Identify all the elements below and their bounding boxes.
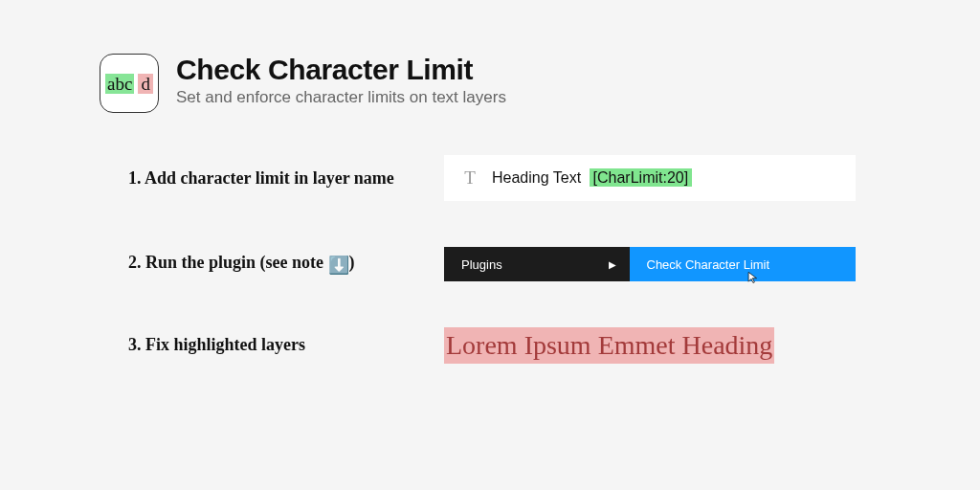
highlighted-layer-example: Lorem Ipsum Emmet Heading (444, 327, 774, 364)
app-icon: abcd (100, 54, 159, 113)
step-1-label: 1. Add character limit in layer name (100, 168, 444, 189)
step-1-row: 1. Add character limit in layer name T H… (100, 155, 880, 201)
menu-item-label: Check Character Limit (647, 257, 770, 272)
step-2-label: 2. Run the plugin (see note ⬇️) (100, 253, 444, 276)
step-2-row: 2. Run the plugin (see note ⬇️) Plugins … (100, 247, 880, 281)
page-title: Check Character Limit (176, 54, 506, 86)
step-2-visual: Plugins ▶ Check Character Limit (444, 247, 880, 281)
char-limit-tag: [CharLimit:20] (590, 168, 693, 187)
page-subtitle: Set and enforce character limits on text… (176, 88, 506, 107)
menu-parent[interactable]: Plugins ▶ (444, 247, 630, 281)
step-3-visual: Lorem Ipsum Emmet Heading (444, 327, 880, 364)
layer-name-field: Heading Text [CharLimit:20] (492, 169, 692, 187)
layer-panel: T Heading Text [CharLimit:20] (444, 155, 856, 201)
app-icon-ok-text: abc (105, 74, 134, 94)
layer-name-text: Heading Text (492, 169, 581, 186)
step-3-row: 3. Fix highlighted layers Lorem Ipsum Em… (100, 327, 880, 364)
cursor-icon (746, 271, 760, 284)
header: abcd Check Character Limit Set and enfor… (100, 54, 880, 113)
app-icon-over-text: d (138, 74, 153, 94)
title-block: Check Character Limit Set and enforce ch… (176, 54, 506, 107)
step-3-label: 3. Fix highlighted layers (100, 335, 444, 355)
app-icon-sample: abcd (105, 74, 153, 94)
page: abcd Check Character Limit Set and enfor… (0, 0, 980, 402)
menu-parent-label: Plugins (461, 257, 502, 272)
menu-item[interactable]: Check Character Limit (630, 247, 857, 281)
menu-bar: Plugins ▶ Check Character Limit (444, 247, 856, 281)
step-1-visual: T Heading Text [CharLimit:20] (444, 155, 880, 201)
text-layer-icon: T (461, 167, 479, 189)
submenu-arrow-icon: ▶ (609, 259, 616, 270)
down-arrow-icon: ⬇️ (328, 255, 349, 276)
